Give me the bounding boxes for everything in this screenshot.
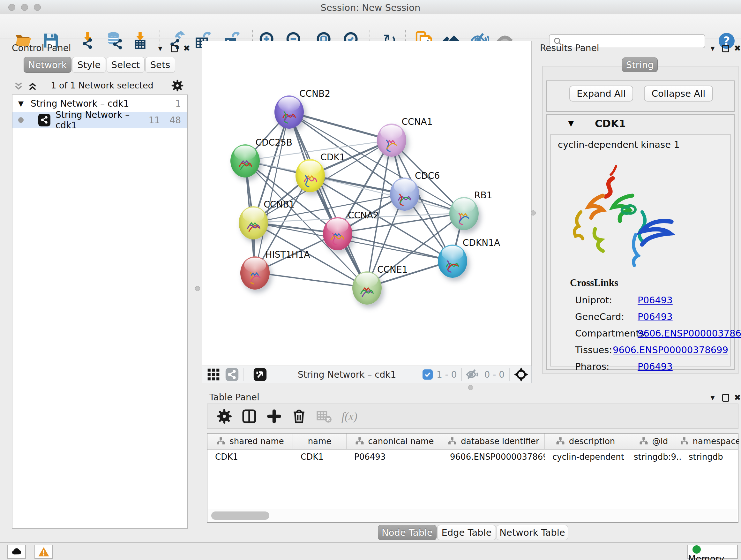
network-edge[interactable]: [289, 112, 391, 140]
network-node-CDK1[interactable]: [295, 159, 325, 192]
network-row[interactable]: String Network – cdk1 11 48: [12, 112, 187, 128]
left-splitter-handle[interactable]: [195, 286, 200, 291]
panel-menu-caret-icon[interactable]: ▾: [708, 44, 718, 53]
column-header-shared-name[interactable]: shared name: [207, 434, 293, 449]
crosslink-label: Uniprot:: [575, 295, 637, 306]
right-splitter-handle[interactable]: [531, 210, 536, 215]
network-node-CCNA2[interactable]: [323, 217, 352, 250]
crosslink-value-link[interactable]: P06493: [637, 295, 673, 306]
selected-nodes-checkbox[interactable]: [422, 369, 433, 380]
check-icon: [424, 371, 431, 378]
column-header-name[interactable]: name: [293, 434, 347, 449]
table-row[interactable]: CDK1CDK1P064939606.ENSP00000378699cyclin…: [207, 449, 738, 464]
panel-menu-caret-icon[interactable]: ▾: [155, 44, 165, 53]
column-header-label: @id: [652, 436, 668, 446]
tab-edge-table[interactable]: Edge Table: [437, 525, 496, 540]
network-edge[interactable]: [255, 112, 289, 272]
scrollbar-handle[interactable]: [211, 511, 269, 520]
network-edge[interactable]: [255, 272, 367, 287]
birds-eye-view-icon[interactable]: [514, 368, 528, 381]
network-node-CCNA1[interactable]: [377, 124, 406, 157]
collapse-all-button[interactable]: Collapse All: [644, 85, 713, 102]
memory-button[interactable]: Memory: [687, 545, 738, 559]
column-header-namespace[interactable]: namespace: [681, 434, 739, 449]
panel-float-icon[interactable]: [171, 45, 178, 52]
column-header-canonical-name[interactable]: canonical name: [347, 434, 442, 449]
column-header--id[interactable]: @id: [626, 434, 681, 449]
attribute-tree-icon: [556, 436, 565, 446]
network-label: String Network – cdk1: [56, 110, 149, 131]
network-node-CCNB2[interactable]: [274, 96, 304, 129]
toolbar-separator: [509, 368, 510, 381]
cloud-status-button[interactable]: [7, 545, 26, 559]
crosslink-label: Pharos:: [575, 361, 637, 372]
import-table-from-file-icon[interactable]: [131, 31, 149, 50]
create-column-plus-icon[interactable]: [266, 408, 282, 424]
tab-network[interactable]: Network: [23, 57, 71, 73]
gene-description: cyclin-dependent kinase 1: [558, 139, 680, 150]
main-toolbar: ↻ ?: [0, 14, 741, 39]
network-icon: [38, 114, 51, 126]
hidden-counts: 0 - 0: [484, 369, 504, 380]
column-header-label: namespace: [693, 436, 739, 446]
disclosure-triangle-icon[interactable]: ▼: [18, 100, 23, 108]
tab-string[interactable]: String: [622, 57, 658, 72]
network-canvas[interactable]: CCNB2CCNA1CDC25BCDK1CDC6RB1CCNB1CCNA2CDK…: [202, 41, 532, 366]
import-network-from-file-icon[interactable]: [78, 31, 97, 50]
network-node-CCNE1[interactable]: [352, 271, 382, 305]
disclosure-triangle-icon[interactable]: ▼: [568, 119, 574, 128]
network-edge[interactable]: [289, 112, 367, 287]
panel-close-icon[interactable]: ✖: [733, 393, 741, 402]
network-node-CDC25B[interactable]: [230, 144, 260, 178]
cloud-icon: [10, 546, 23, 558]
table-gear-icon[interactable]: [216, 408, 232, 424]
import-network-from-database-icon[interactable]: [106, 31, 124, 50]
panel-menu-caret-icon[interactable]: ▾: [708, 393, 718, 402]
network-node-RB1[interactable]: [449, 197, 479, 230]
tab-select[interactable]: Select: [107, 57, 145, 73]
gene-name: CDK1: [595, 118, 626, 130]
table-cell: stringdb:9...: [626, 449, 681, 464]
table-cell: 9606.ENSP00000378699: [442, 449, 545, 464]
column-header-database-identifier[interactable]: database identifier: [442, 434, 545, 449]
open-in-window-icon[interactable]: [253, 368, 267, 381]
node-label: HIST1H1A: [265, 249, 310, 260]
warning-icon: [37, 546, 50, 558]
panel-close-icon[interactable]: ✖: [182, 44, 192, 53]
tab-node-table[interactable]: Node Table: [378, 525, 436, 540]
crosslink-value-link[interactable]: P06493: [637, 361, 673, 372]
show-grid-icon[interactable]: [206, 368, 220, 381]
expand-all-chevron-icon[interactable]: [27, 81, 38, 91]
node-label: CCNE1: [377, 264, 408, 275]
result-entry-header[interactable]: ▼ CDK1: [547, 115, 734, 133]
crosslink-value-link[interactable]: P06493: [637, 311, 673, 322]
node-label: CCNA2: [348, 210, 379, 221]
network-node-CCNB1[interactable]: [239, 206, 268, 240]
show-columns-icon[interactable]: [241, 408, 257, 424]
attribute-tree-icon: [639, 436, 649, 446]
crosslink-value-link[interactable]: 9606.ENSP00000378699: [637, 328, 741, 339]
network-node-CDKN1A[interactable]: [438, 245, 467, 278]
tab-sets[interactable]: Sets: [145, 57, 175, 73]
expand-all-button[interactable]: Expand All: [569, 85, 633, 102]
panel-close-icon[interactable]: ✖: [733, 44, 741, 53]
tab-network-table[interactable]: Network Table: [496, 525, 568, 540]
network-tree: ▼ String Network – cdk1 1 String Network…: [12, 95, 188, 529]
delete-column-trash-icon[interactable]: [291, 408, 307, 424]
horizontal-splitter-handle[interactable]: [468, 385, 473, 390]
tab-style[interactable]: Style: [72, 57, 106, 73]
crosslink-value-link[interactable]: 9606.ENSP00000378699: [613, 345, 728, 355]
network-thumbnail-icon[interactable]: [225, 368, 239, 381]
toolbar-separator: [461, 368, 462, 381]
status-bar: Memory: [0, 542, 741, 560]
node-label: CCNB2: [299, 88, 330, 99]
warning-status-button[interactable]: [35, 545, 53, 559]
protein-structure-thumbnail: [455, 207, 473, 227]
gear-icon[interactable]: [171, 79, 184, 92]
network-node-CDC6[interactable]: [390, 178, 419, 211]
network-node-HIST1H1A[interactable]: [240, 256, 270, 290]
panel-float-icon[interactable]: [722, 45, 729, 52]
column-header-description[interactable]: description: [545, 434, 626, 449]
collapse-all-chevron-icon[interactable]: [13, 81, 23, 91]
panel-float-icon[interactable]: [722, 394, 729, 401]
